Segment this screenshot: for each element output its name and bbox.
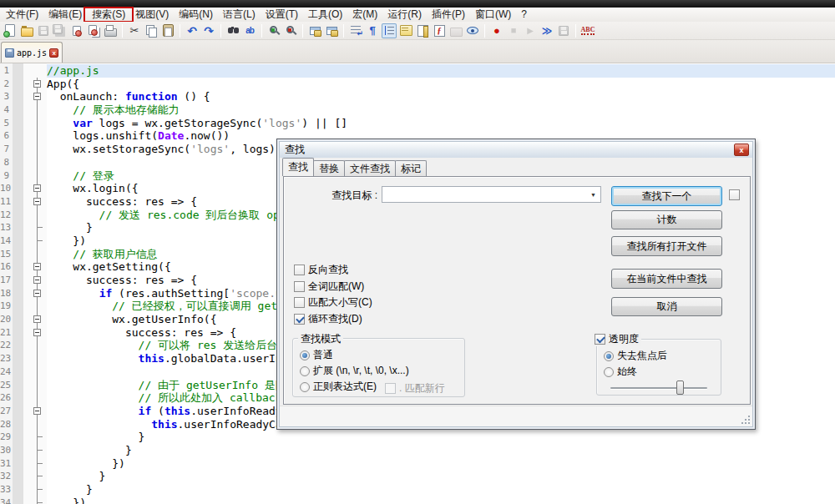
fold-collapse-icon[interactable] (33, 290, 41, 297)
fold-collapse-icon[interactable] (33, 329, 41, 336)
undo-icon[interactable]: ↶ (185, 23, 200, 38)
fold-collapse-icon[interactable] (33, 184, 41, 192)
monitoring-icon[interactable] (465, 23, 480, 38)
fold-collapse-icon[interactable] (33, 263, 41, 270)
find-option-checkbox[interactable] (294, 297, 305, 308)
find-option-checkbox[interactable] (294, 265, 305, 275)
fold-margin[interactable] (23, 405, 47, 418)
fold-collapse-icon[interactable] (33, 276, 41, 284)
radio-label: 普通 (313, 348, 333, 362)
find-option-row: 全词匹配(W) (294, 281, 372, 292)
new-file-icon[interactable] (3, 23, 18, 38)
find-dialog-tab-1[interactable]: 查找 (282, 158, 314, 176)
fold-margin[interactable] (23, 260, 47, 274)
fold-margin[interactable] (23, 78, 47, 91)
cut-icon[interactable]: ✂ (127, 23, 142, 38)
find-dialog-titlebar[interactable]: 查找 x (279, 141, 753, 158)
transparency-checkbox[interactable] (595, 334, 605, 345)
menu-item-3[interactable]: 搜索(S) (84, 8, 133, 22)
word-wrap-icon[interactable]: ↵ (348, 23, 363, 38)
fold-margin[interactable] (23, 287, 47, 300)
fold-margin (23, 431, 47, 444)
zoom-in-icon[interactable] (266, 23, 281, 38)
menu-item-9[interactable]: 宏(M) (347, 8, 382, 22)
radio-button[interactable] (300, 382, 310, 392)
menu-item-13[interactable]: ? (516, 8, 532, 22)
menu-item-1[interactable]: 文件(F) (1, 8, 43, 22)
replace-icon[interactable]: ab (242, 23, 257, 38)
close-icon[interactable]: x (734, 144, 749, 156)
chevron-down-icon[interactable]: ▼ (590, 192, 596, 198)
menu-item-10[interactable]: 运行(R) (382, 8, 427, 22)
fold-collapse-icon[interactable] (33, 198, 41, 205)
slider-track[interactable] (610, 387, 707, 389)
fold-margin[interactable] (23, 195, 47, 209)
fold-collapse-icon[interactable] (33, 93, 41, 100)
show-all-chars-icon[interactable]: ¶ (365, 23, 380, 38)
code-line: 30 } (0, 444, 835, 457)
menu-item-5[interactable]: 编码(N) (174, 8, 218, 22)
menu-item-7[interactable]: 设置(T) (261, 8, 303, 22)
fold-margin (23, 444, 47, 457)
close-all-icon[interactable] (86, 23, 101, 38)
resize-grip[interactable] (741, 416, 750, 424)
dialog-button-3[interactable]: 查找所有打开文件 (611, 236, 722, 256)
find-dialog-tab-4[interactable]: 标记 (395, 160, 427, 176)
menu-item-11[interactable]: 插件(P) (427, 8, 470, 22)
tab-close-icon[interactable]: x (49, 48, 58, 58)
find-option-checkbox[interactable] (294, 281, 305, 292)
find-icon[interactable] (225, 23, 240, 38)
find-dialog-tab-2[interactable]: 替换 (313, 160, 345, 176)
sync-horizontal-icon[interactable] (324, 23, 339, 38)
doc-map-icon[interactable] (415, 23, 430, 38)
find-option-checkbox[interactable] (294, 314, 305, 325)
dialog-button-4[interactable]: 在当前文件中查找 (611, 269, 722, 289)
find-target-combobox[interactable]: ▼ (382, 186, 601, 203)
user-dialog-icon[interactable] (398, 23, 413, 38)
radio-button[interactable] (300, 366, 310, 376)
fold-margin (23, 300, 47, 313)
print-icon[interactable] (103, 23, 118, 38)
radio-button[interactable] (604, 367, 614, 377)
menu-item-4[interactable]: 视图(V) (130, 8, 174, 22)
document-tab[interactable]: app.jsx (1, 42, 63, 63)
indent-guide-icon[interactable] (382, 23, 397, 38)
zoom-out-icon[interactable] (283, 23, 298, 38)
macro-run-multiple-icon[interactable]: ≫ (539, 23, 554, 38)
fold-margin[interactable] (23, 182, 47, 195)
dialog-button-2[interactable]: 计数 (611, 210, 722, 229)
transparency-slider[interactable] (610, 386, 707, 390)
copy-icon[interactable] (144, 23, 159, 38)
find-dialog-tab-3[interactable]: 文件查找 (344, 160, 396, 176)
menu-item-6[interactable]: 语言(L) (218, 8, 261, 22)
fold-collapse-icon[interactable] (33, 80, 41, 88)
function-list-icon[interactable]: ƒ (432, 23, 447, 38)
macro-record-icon[interactable]: ● (489, 23, 504, 38)
line-number: 22 (0, 339, 13, 352)
fold-margin[interactable] (23, 313, 47, 326)
radio-button[interactable] (604, 351, 614, 361)
redo-icon[interactable]: ↷ (201, 23, 216, 38)
fold-margin[interactable] (23, 274, 47, 287)
matches-newline-checkbox[interactable] (385, 383, 396, 394)
fold-collapse-icon[interactable] (33, 315, 41, 323)
radio-label: 扩展 (\n, \r, \t, \0, \x...) (313, 364, 409, 378)
fold-collapse-icon[interactable] (33, 407, 41, 415)
sync-vertical-icon[interactable] (307, 23, 322, 38)
fold-margin[interactable] (23, 90, 47, 103)
radio-button[interactable] (300, 350, 310, 360)
fold-margin[interactable] (23, 326, 47, 340)
menu-item-2[interactable]: 编辑(E) (43, 8, 87, 22)
open-file-icon[interactable] (19, 23, 34, 38)
paste-icon[interactable] (160, 23, 175, 38)
dialog-button-1[interactable]: 查找下一个 (611, 186, 722, 206)
transparency-row: 失去焦点后 (604, 350, 667, 361)
slider-thumb[interactable] (676, 381, 684, 395)
menu-item-8[interactable]: 工具(O) (303, 8, 347, 22)
dialog-button-5[interactable]: 取消 (611, 297, 722, 316)
menu-item-12[interactable]: 窗口(W) (470, 8, 516, 22)
close-file-icon[interactable] (69, 23, 84, 38)
extra-option-checkbox[interactable] (729, 189, 740, 200)
save-glyph (38, 26, 48, 36)
spell-check-icon[interactable]: ABC (580, 23, 595, 38)
